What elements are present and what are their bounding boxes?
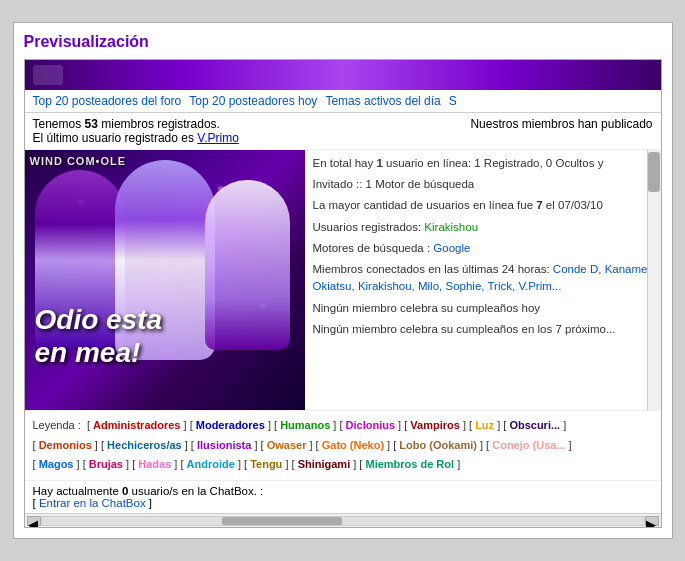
hechicero-link[interactable]: Hechiceros/as [107, 439, 182, 451]
scroll-right-btn[interactable]: ▶ [645, 516, 659, 526]
members-count: 53 [85, 117, 98, 131]
stats-left: Tenemos 53 miembros registrados. El últi… [33, 117, 343, 145]
shinigami-link[interactable]: Shinigami [298, 458, 351, 470]
max-online: La mayor cantidad de usuarios en línea f… [313, 197, 653, 214]
invited-info: Invitado :: 1 Motor de búsqueda [313, 176, 653, 193]
legend-label: Leyenda : [33, 419, 81, 431]
sophie-link[interactable]: Sophie, [445, 280, 484, 292]
nav-links: Top 20 posteadores del foro Top 20 poste… [25, 90, 661, 113]
outer-container: Previsualización Top 20 posteadores del … [13, 22, 673, 539]
lobo-link[interactable]: Lobo (Ookami) [399, 439, 477, 451]
stats-right: Nuestros miembros han publicado [343, 117, 653, 145]
bottom-scrollbar[interactable]: ◀ ▶ [25, 513, 661, 527]
anime-characters: WIND COM•OLE Odio esta en mea! [25, 150, 305, 410]
chatbox-text: Hay actualmente [33, 485, 123, 497]
diclonius-link[interactable]: Diclonius [346, 419, 396, 431]
demo-link[interactable]: Demonios [39, 439, 92, 451]
androide-link[interactable]: Androide [187, 458, 235, 470]
chatbox-text2: usuario/s en la ChatBox. : [128, 485, 263, 497]
scroll-left-btn[interactable]: ◀ [27, 516, 41, 526]
scrollbar-thumb[interactable] [648, 152, 660, 192]
logo-placeholder [33, 65, 63, 85]
last-user-link[interactable]: V.Primo [197, 131, 239, 145]
hadas-link[interactable]: Hadas [138, 458, 171, 470]
obscuri-link[interactable]: Obscuri... [509, 419, 560, 431]
nav-top20-forum[interactable]: Top 20 posteadores del foro [33, 94, 182, 108]
image-area: WIND COM•OLE Odio esta en mea! [25, 150, 305, 410]
reg-user-link[interactable]: Kirakishou [424, 221, 478, 233]
inner-frame: Top 20 posteadores del foro Top 20 poste… [24, 59, 662, 528]
trick-link[interactable]: Trick, [487, 280, 515, 292]
right-scrollbar[interactable] [647, 150, 661, 410]
magos-link[interactable]: Magos [39, 458, 74, 470]
human-link[interactable]: Humanos [280, 419, 330, 431]
brujas-link[interactable]: Brujas [89, 458, 123, 470]
top-bar [25, 60, 661, 90]
gato-link[interactable]: Gato (Neko) [322, 439, 384, 451]
nav-top20-today[interactable]: Top 20 posteadores hoy [189, 94, 317, 108]
overlay-text: Odio esta en mea! [35, 303, 163, 370]
published-text: Nuestros miembros han publicado [470, 117, 652, 131]
conde-d-link[interactable]: Conde D, [553, 263, 602, 275]
reg-users: Usuarios registrados: Kirakishou [313, 219, 653, 236]
scroll-thumb[interactable] [222, 517, 342, 525]
search-link[interactable]: Google [433, 242, 470, 254]
last-user-text: El último usuario registrado es [33, 131, 198, 145]
preview-title: Previsualización [24, 33, 662, 51]
stats-row: Tenemos 53 miembros registrados. El últi… [25, 113, 661, 150]
admin-link[interactable]: Administradores [93, 419, 180, 431]
ilusionista-link[interactable]: Ilusionista [197, 439, 251, 451]
info-panel: En total hay 1 usuario en línea: 1 Regis… [305, 150, 661, 347]
nav-active-topics[interactable]: Temas activos del día [325, 94, 440, 108]
connected-24h: Miembros conectados en las últimas 24 ho… [313, 261, 653, 296]
birthday-today: Ningún miembro celebra su cumpleaños hoy [313, 300, 653, 317]
scroll-track[interactable] [41, 516, 645, 526]
rol-link[interactable]: Miembros de Rol [365, 458, 454, 470]
character-3 [205, 180, 290, 350]
milo-link[interactable]: Milo, [418, 280, 442, 292]
birthday-7days: Ningún miembro celebra su cumpleaños en … [313, 321, 653, 338]
chatbox-enter-link[interactable]: Entrar en la ChatBox [39, 497, 146, 509]
luz-link[interactable]: Luz [475, 419, 494, 431]
kirakishou-link[interactable]: Kirakishou, [358, 280, 415, 292]
conejo-link[interactable]: Conejo (Usa... [492, 439, 565, 451]
owaser-link[interactable]: Owaser [267, 439, 307, 451]
vprim-link[interactable]: V.Prim... [518, 280, 561, 292]
search-engines: Motores de búsqueda : Google [313, 240, 653, 257]
info-wrapper: En total hay 1 usuario en línea: 1 Regis… [305, 150, 661, 410]
stats-prefix: Tenemos [33, 117, 85, 131]
stats-suffix: miembros registrados. [98, 117, 220, 131]
main-content: WIND COM•OLE Odio esta en mea! En total … [25, 150, 661, 410]
online-info: En total hay 1 usuario en línea: 1 Regis… [313, 155, 653, 172]
vampiro-link[interactable]: Vampiros [410, 419, 460, 431]
legend-row: Leyenda : [ Administradores ] [ Moderado… [25, 410, 661, 480]
banner-text: WIND COM•OLE [30, 155, 300, 167]
chatbox-row: Hay actualmente 0 usuario/s en la ChatBo… [25, 480, 661, 513]
tengu-link[interactable]: Tengu [250, 458, 282, 470]
mod-link[interactable]: Moderadores [196, 419, 265, 431]
nav-short-link[interactable]: S [449, 94, 457, 108]
